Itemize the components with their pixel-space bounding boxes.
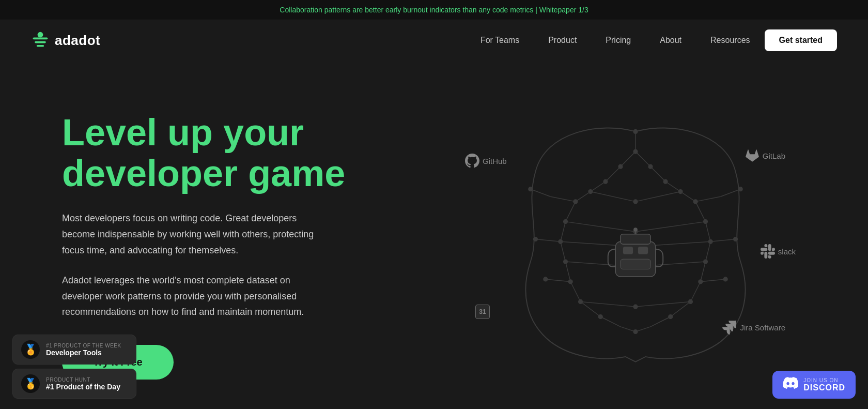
svg-point-84 xyxy=(633,228,638,232)
navigation: adadot For Teams Product Pricing About R… xyxy=(0,20,868,60)
nav-product[interactable]: Product xyxy=(534,31,591,50)
svg-line-6 xyxy=(636,152,650,166)
announcement-link[interactable]: Collaboration patterns are better early … xyxy=(280,6,588,14)
nav-links: For Teams Product Pricing About Resource… xyxy=(466,29,837,51)
svg-point-40 xyxy=(633,149,638,154)
svg-line-32 xyxy=(636,222,705,232)
svg-point-41 xyxy=(618,164,623,169)
svg-line-11 xyxy=(561,222,566,242)
svg-line-23 xyxy=(705,241,710,262)
svg-line-8 xyxy=(591,181,606,191)
slack-label-text: slack xyxy=(778,247,796,256)
svg-point-56 xyxy=(564,260,568,264)
discord-icon xyxy=(783,377,798,392)
notion-icon: 31 xyxy=(475,305,490,319)
svg-rect-85 xyxy=(623,247,633,254)
nav-for-teams[interactable]: For Teams xyxy=(466,31,534,50)
github-icon xyxy=(465,154,479,168)
product-hunt-main: #1 Product of the Day xyxy=(46,383,120,391)
svg-point-77 xyxy=(534,237,538,241)
nav-resources[interactable]: Resources xyxy=(696,31,764,50)
discord-badge[interactable]: JOIN US ON DISCORD xyxy=(772,371,856,399)
product-hunt-badge[interactable]: 🥇 PRODUCT HUNT #1 Product of the Day xyxy=(12,369,136,399)
hero-title: Level up your developer game xyxy=(62,112,413,194)
announcement-bar: Collaboration patterns are better early … xyxy=(0,0,868,20)
svg-line-7 xyxy=(606,166,621,181)
svg-point-47 xyxy=(678,190,683,194)
svg-point-78 xyxy=(734,237,738,241)
svg-line-70 xyxy=(721,189,741,197)
svg-point-66 xyxy=(633,330,638,334)
svg-line-16 xyxy=(600,316,621,326)
svg-line-30 xyxy=(636,192,680,202)
svg-line-20 xyxy=(671,301,691,316)
svg-line-14 xyxy=(570,282,580,302)
svg-point-46 xyxy=(633,200,638,204)
svg-rect-87 xyxy=(621,259,650,269)
product-week-main: Developer Tools xyxy=(46,349,121,357)
svg-rect-0 xyxy=(33,38,48,40)
slack-integration: slack xyxy=(761,244,796,259)
svg-line-15 xyxy=(581,301,601,316)
svg-line-67 xyxy=(550,196,575,202)
logo-icon xyxy=(31,31,50,50)
slack-icon xyxy=(761,244,775,259)
discord-text: JOIN US ON DISCORD xyxy=(803,377,845,392)
svg-line-19 xyxy=(650,316,671,326)
svg-line-71 xyxy=(535,239,560,241)
svg-line-74 xyxy=(701,279,725,282)
robot-icon xyxy=(608,228,663,277)
svg-line-24 xyxy=(705,222,710,242)
svg-point-75 xyxy=(529,187,533,191)
svg-point-50 xyxy=(564,220,568,224)
svg-rect-2 xyxy=(35,41,46,43)
product-week-badge[interactable]: 🏅 #1 PRODUCT OF THE WEEK Developer Tools xyxy=(12,335,136,365)
jira-label-text: Jira Software xyxy=(740,323,785,332)
gitlab-label-text: GitLab xyxy=(763,152,785,160)
svg-line-27 xyxy=(665,181,680,191)
nav-about[interactable]: About xyxy=(645,31,696,50)
jira-icon xyxy=(722,320,737,335)
svg-line-12 xyxy=(561,241,566,262)
svg-line-72 xyxy=(710,239,735,241)
svg-point-79 xyxy=(544,277,548,281)
svg-line-68 xyxy=(531,189,551,197)
svg-point-62 xyxy=(633,305,638,309)
hero-illustration: GitHub GitLab slack 31 Jira Software xyxy=(434,92,837,402)
nav-cta-button[interactable]: Get started xyxy=(765,29,837,51)
svg-rect-3 xyxy=(37,45,44,47)
svg-line-10 xyxy=(566,202,576,222)
svg-line-73 xyxy=(546,279,570,282)
product-week-icon: 🏅 xyxy=(21,340,40,359)
svg-point-64 xyxy=(598,315,602,319)
logo-link[interactable]: adadot xyxy=(31,31,100,50)
svg-rect-86 xyxy=(638,247,648,254)
svg-line-28 xyxy=(650,166,665,181)
svg-line-21 xyxy=(690,282,700,302)
svg-line-38 xyxy=(636,301,690,307)
svg-line-13 xyxy=(566,262,571,282)
nav-pricing[interactable]: Pricing xyxy=(591,31,645,50)
svg-point-61 xyxy=(579,300,583,304)
svg-point-63 xyxy=(689,300,693,304)
svg-point-39 xyxy=(633,130,638,134)
svg-point-44 xyxy=(663,179,668,184)
svg-point-65 xyxy=(669,315,673,319)
product-hunt-icon: 🥇 xyxy=(21,374,40,393)
svg-point-43 xyxy=(603,179,608,184)
svg-point-1 xyxy=(38,32,43,38)
svg-line-26 xyxy=(680,192,695,202)
hero-description2: Adadot leverages the world's most comple… xyxy=(62,272,331,320)
svg-point-45 xyxy=(588,190,593,194)
svg-line-5 xyxy=(621,152,636,166)
svg-rect-82 xyxy=(621,234,650,244)
jira-integration: Jira Software xyxy=(722,320,785,335)
github-label-text: GitHub xyxy=(483,157,507,165)
notion-integration: 31 xyxy=(475,305,490,319)
product-week-top: #1 PRODUCT OF THE WEEK xyxy=(46,343,121,349)
discord-main-text: DISCORD xyxy=(803,383,845,392)
product-hunt-top: PRODUCT HUNT xyxy=(46,377,120,383)
svg-line-37 xyxy=(581,301,636,307)
github-integration: GitHub xyxy=(465,154,507,168)
svg-point-80 xyxy=(723,277,727,281)
